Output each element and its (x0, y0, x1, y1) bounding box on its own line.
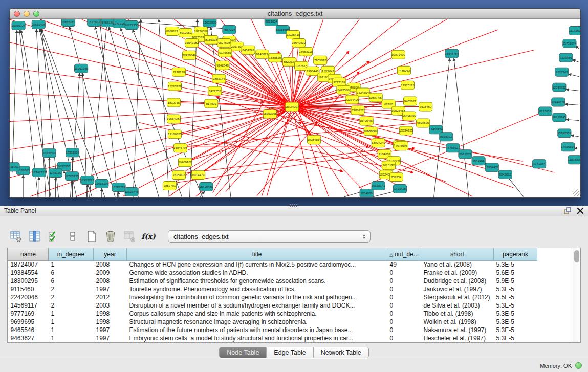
graph-node[interactable]: 15720407 (360, 117, 374, 125)
graph-node[interactable]: 12444158 (551, 98, 565, 106)
table-cell[interactable]: Genome-wide association studies in ADHD. (127, 269, 387, 277)
graph-node[interactable]: 1588520 (268, 53, 281, 62)
graph-node[interactable]: 16963110 (299, 47, 313, 56)
table-cell[interactable]: 9463627 (8, 334, 49, 342)
table-cell[interactable]: 0 (387, 301, 421, 310)
column-header-name[interactable]: name (8, 248, 49, 260)
citation-edge-red[interactable] (183, 122, 423, 147)
tab-edge-table[interactable]: Edge Table (267, 347, 313, 358)
table-cell[interactable]: 0 (387, 293, 421, 301)
graph-node[interactable]: 19654983 (167, 115, 181, 123)
table-row[interactable]: 1830029562008Estimation of significance … (8, 277, 537, 285)
network-canvas[interactable]: 2005572420691406106552871527602846616010… (10, 19, 580, 197)
graph-node[interactable]: 16409102 (178, 158, 192, 167)
graph-node[interactable]: 12505135 (65, 172, 79, 181)
table-cell[interactable]: 18300295 (8, 277, 49, 285)
table-cell[interactable]: 1 (49, 334, 94, 342)
citation-edge-red[interactable] (225, 53, 292, 107)
table-cell[interactable]: 9777169 (8, 310, 49, 318)
graph-node[interactable]: 16648784 (445, 49, 459, 58)
graph-node[interactable]: 9329966 (559, 53, 573, 62)
graph-node[interactable]: 8822037 (282, 57, 296, 66)
graph-node[interactable]: 22420046 (182, 51, 196, 59)
formula-icon[interactable]: f(x) (142, 230, 155, 243)
column-header-pagerank[interactable]: pagerank (494, 248, 537, 260)
graph-node[interactable]: 6497568 (337, 85, 350, 94)
table-cell[interactable]: Estimation of significance thresholds fo… (127, 277, 387, 285)
graph-node[interactable]: 16640910 (292, 38, 306, 47)
graph-node[interactable]: 9175685 (219, 48, 232, 57)
table-cell[interactable]: 1 (49, 318, 94, 326)
table-source-dropdown[interactable]: citations_edges.txt ▲▼ (168, 230, 371, 243)
table-cell[interactable]: 1998 (94, 318, 127, 326)
table-cell[interactable]: Stergiakouli et al. (2012) (421, 293, 494, 301)
table-cell[interactable]: 5.6E-5 (494, 269, 537, 277)
table-cell[interactable]: 5.3E-5 (494, 334, 537, 342)
graph-node[interactable]: 9227343 (555, 68, 569, 76)
table-cell[interactable]: Embryonic stem cells: a model to study s… (127, 334, 387, 342)
graph-node[interactable]: 9242848 (216, 61, 229, 70)
citation-edge-red[interactable] (10, 107, 292, 150)
graph-node[interactable]: 10655287 (61, 19, 75, 26)
table-cell[interactable]: Nakamura et al. (1997) (421, 326, 494, 334)
table-cell[interactable]: 5.5E-5 (494, 293, 537, 301)
graph-node[interactable]: 20364436 (345, 95, 359, 104)
select-rows-icon[interactable] (47, 230, 60, 243)
citation-edge-red[interactable] (10, 94, 292, 107)
graph-node[interactable]: 8912953 (179, 28, 192, 37)
graph-node[interactable]: 7955812 (314, 56, 327, 64)
column-header-title[interactable]: title (127, 248, 387, 260)
graph-node[interactable]: 7857224 (223, 25, 236, 34)
table-cell[interactable]: 2 (49, 301, 94, 310)
table-cell[interactable]: 5.3E-5 (494, 260, 537, 269)
column-header-in-degree[interactable]: in_degree (49, 248, 94, 260)
table-cell[interactable]: 9115460 (8, 285, 49, 293)
graph-node[interactable]: 7625402 (172, 171, 185, 180)
citation-edge-black[interactable] (95, 27, 138, 197)
graph-node[interactable]: 7986322 (351, 106, 364, 115)
table-cell[interactable]: 2008 (94, 260, 127, 269)
table-row[interactable]: 1938455462009Genome-wide association stu… (8, 269, 537, 277)
graph-node[interactable]: 15751074 (563, 39, 577, 48)
table-row[interactable]: 969969511998Structural magnetic resonanc… (8, 318, 537, 326)
zoom-window-button[interactable] (33, 11, 39, 17)
graph-node[interactable]: 16046798 (173, 144, 187, 152)
citation-edge-black[interactable] (566, 119, 579, 120)
graph-node[interactable]: 8427552 (208, 86, 222, 95)
table-cell[interactable]: 2008 (94, 277, 127, 285)
table-cell[interactable]: 1 (49, 326, 94, 334)
table-cell[interactable]: 0 (387, 334, 421, 342)
table-cell[interactable]: Franke et al. (2009) (421, 269, 494, 277)
table-cell[interactable]: Investigating the contribution of common… (127, 293, 387, 301)
table-cell[interactable]: 0 (387, 269, 421, 277)
citation-edge-black[interactable] (565, 104, 579, 105)
network-view-window[interactable]: citations_edges.txt 20055724206914061065… (9, 8, 581, 198)
graph-node[interactable]: 10973493 (391, 50, 405, 59)
graph-node[interactable]: 10807487 (369, 93, 383, 102)
graph-node-hub[interactable]: 18724007 (285, 102, 299, 111)
table-cell[interactable]: Hescheler et al. (1997) (421, 334, 494, 342)
citation-edge-red[interactable] (182, 147, 402, 173)
table-cell[interactable]: 1 (49, 310, 94, 318)
graph-node[interactable]: 7485063 (397, 66, 410, 75)
table-cell[interactable]: Jankovic et al. (1997) (421, 285, 494, 293)
graph-node[interactable]: 8961203 (459, 150, 472, 159)
table-cell[interactable]: 0 (387, 277, 421, 285)
graph-node[interactable]: 1771054 (533, 160, 546, 168)
graph-node[interactable]: 13325419 (286, 30, 300, 39)
table-cell[interactable]: Changes of HCN gene expression and I(f) … (127, 260, 387, 269)
table-cell[interactable]: 22420046 (8, 293, 49, 301)
citation-edge-black[interactable] (90, 19, 107, 197)
citation-edge-red[interactable] (199, 107, 292, 176)
table-cell[interactable]: Wolkin et al. (1998) (421, 318, 494, 326)
graph-node[interactable]: 9463627 (403, 97, 417, 105)
tab-network-table[interactable]: Network Table (314, 347, 368, 358)
graph-node[interactable]: 8454749 (242, 46, 255, 54)
table-cell[interactable]: 2012 (94, 293, 127, 301)
graph-node[interactable]: 1527602 (88, 19, 101, 26)
citation-edge-black[interactable] (566, 90, 579, 91)
table-cell[interactable]: 49 (387, 260, 421, 269)
table-cell[interactable]: 2 (49, 285, 94, 293)
graph-node[interactable]: 16782759 (112, 183, 126, 192)
table-cell[interactable]: 19384554 (8, 269, 49, 277)
